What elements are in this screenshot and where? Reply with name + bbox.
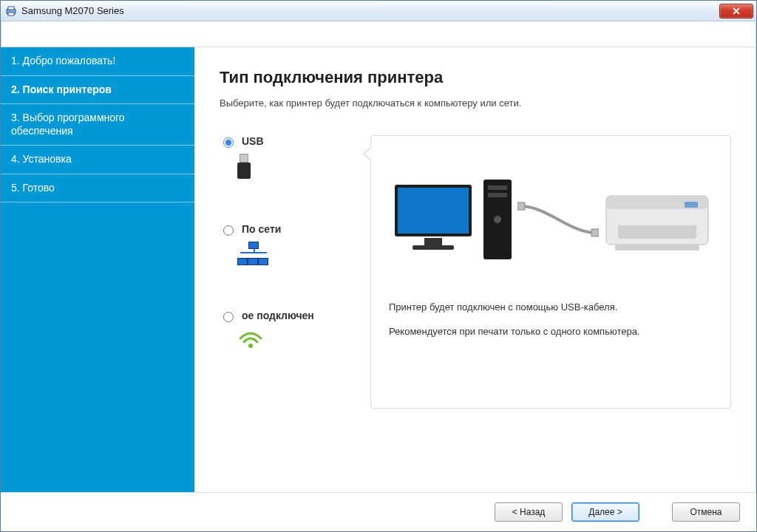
cancel-button[interactable]: Отмена (672, 502, 740, 522)
body: 1. Добро пожаловать! 2. Поиск принтеров … (1, 47, 756, 493)
sidebar-item-label: 2. Поиск принтеров (11, 83, 112, 95)
svg-rect-1 (8, 7, 14, 10)
wizard-sidebar: 1. Добро пожаловать! 2. Поиск принтеров … (1, 47, 194, 492)
titlebar: Samsung M2070 Series (1, 1, 756, 21)
layout: USB По сети (220, 135, 731, 409)
usb-cable-icon (517, 197, 599, 242)
footer: < Назад Далее > Отмена (1, 493, 756, 531)
monitor-icon (389, 179, 478, 260)
option-usb[interactable]: USB (220, 135, 345, 179)
wifi-icon (237, 328, 264, 351)
sidebar-item-software[interactable]: 3. Выбор программного обеспечения (1, 104, 194, 146)
svg-point-3 (248, 344, 253, 348)
description-panel: Принтер будет подключен с помощью USB-ка… (370, 135, 731, 409)
cancel-button-label: Отмена (690, 507, 722, 517)
option-network[interactable]: По сети (220, 223, 345, 265)
svg-rect-16 (618, 225, 696, 239)
close-button[interactable] (719, 4, 753, 18)
sidebar-item-label: 5. Готово (11, 182, 55, 194)
window-title: Samsung M2070 Series (21, 5, 124, 16)
sidebar-item-label: 3. Выбор программного обеспечения (11, 112, 125, 137)
faint-header (1, 21, 756, 47)
radio-wireless[interactable] (223, 312, 234, 322)
next-button-label: Далее > (588, 507, 622, 517)
printer-icon (602, 183, 713, 256)
next-button[interactable]: Далее > (571, 502, 639, 522)
option-wireless[interactable]: ое подключен (220, 310, 345, 351)
close-icon (733, 7, 740, 15)
sidebar-item-done[interactable]: 5. Готово (1, 174, 194, 203)
panel-line-2: Рекомендуется при печати только с одного… (389, 326, 713, 337)
connection-diagram (389, 157, 713, 282)
option-network-label: По сети (242, 223, 281, 235)
svg-rect-5 (398, 188, 469, 233)
svg-rect-10 (488, 193, 507, 197)
back-button-label: < Назад (512, 507, 546, 517)
sidebar-item-welcome[interactable]: 1. Добро пожаловать! (1, 47, 194, 76)
radio-usb[interactable] (223, 137, 234, 148)
svg-rect-17 (685, 202, 698, 208)
option-wireless-label: ое подключен (242, 310, 314, 321)
back-button[interactable]: < Назад (495, 502, 563, 522)
panel-line-1: Принтер будет подключен с помощью USB-ка… (389, 301, 713, 313)
tower-icon (481, 175, 515, 264)
usb-stick-icon (237, 154, 251, 179)
installer-window: Samsung M2070 Series 1. Добро пожаловать… (0, 0, 757, 532)
printer-app-icon (5, 5, 17, 17)
svg-rect-18 (615, 245, 699, 250)
network-icon (237, 242, 270, 265)
option-usb-label: USB (242, 135, 264, 147)
content: Тип подключения принтера Выберите, как п… (194, 47, 756, 492)
svg-rect-7 (413, 245, 454, 250)
svg-rect-13 (591, 229, 599, 236)
connection-options: USB По сети (220, 135, 345, 409)
svg-rect-6 (424, 238, 442, 245)
page-subtitle: Выберите, как принтер будет подключаться… (220, 98, 731, 109)
sidebar-item-label: 4. Установка (11, 153, 72, 165)
svg-point-11 (494, 216, 501, 223)
page-title: Тип подключения принтера (220, 68, 731, 87)
svg-rect-2 (8, 13, 14, 16)
radio-network[interactable] (223, 225, 234, 236)
sidebar-item-search[interactable]: 2. Поиск принтеров (1, 76, 194, 105)
svg-rect-9 (488, 185, 507, 190)
sidebar-item-install[interactable]: 4. Установка (1, 146, 194, 174)
svg-rect-12 (517, 202, 525, 210)
sidebar-item-label: 1. Добро пожаловать! (11, 55, 115, 66)
